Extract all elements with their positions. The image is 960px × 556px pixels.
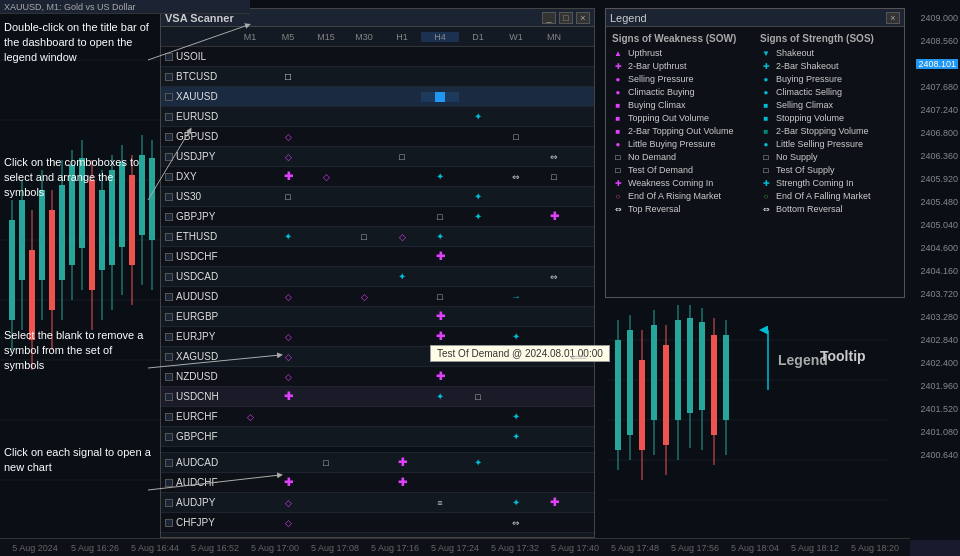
maximize-button[interactable]: □ — [559, 12, 573, 24]
signal-w1[interactable]: → — [497, 291, 535, 302]
signal-d1[interactable]: ✦ — [459, 457, 497, 468]
symbol-dropdown[interactable] — [165, 433, 173, 441]
signal-d1[interactable]: ✦ — [459, 111, 497, 122]
close-button[interactable]: × — [576, 12, 590, 24]
symbol-dropdown[interactable] — [165, 499, 173, 507]
signal-h4[interactable]: ✚ — [421, 370, 459, 383]
symbol-cell[interactable]: EURJPY — [161, 331, 231, 342]
signal-m5[interactable]: ◇ — [269, 498, 307, 508]
signal-m5[interactable]: ✦ — [269, 231, 307, 242]
signal-mn[interactable]: ⇔ — [535, 152, 573, 162]
signal-m30[interactable]: □ — [345, 232, 383, 242]
signal-d1[interactable]: ✦ — [459, 211, 497, 222]
symbol-dropdown[interactable] — [165, 173, 173, 181]
symbol-dropdown[interactable] — [165, 233, 173, 241]
signal-w1[interactable]: ⇔ — [497, 172, 535, 182]
symbol-cell[interactable]: NZDUSD — [161, 371, 231, 382]
symbol-dropdown[interactable] — [165, 519, 173, 527]
symbol-dropdown[interactable] — [165, 253, 173, 261]
signal-h4[interactable]: ≡ — [421, 498, 459, 508]
symbol-cell[interactable]: DXY — [161, 171, 231, 182]
symbol-cell[interactable]: GBPJPY — [161, 211, 231, 222]
signal-w1[interactable]: ✦ — [497, 497, 535, 508]
signal-m5[interactable]: ◇ — [269, 372, 307, 382]
symbol-cell[interactable]: USOIL — [161, 51, 231, 62]
legend-close-button[interactable]: × — [886, 12, 900, 24]
signal-mn[interactable]: ✚ — [535, 210, 573, 223]
signal-w1[interactable]: ✦ — [497, 431, 535, 442]
symbol-cell[interactable]: AUDCAD — [161, 457, 231, 468]
symbol-dropdown[interactable] — [165, 373, 173, 381]
symbol-dropdown[interactable] — [165, 93, 173, 101]
symbol-cell[interactable]: XAGUSD — [161, 351, 231, 362]
symbol-dropdown[interactable] — [165, 393, 173, 401]
signal-h4[interactable]: ✦ — [421, 171, 459, 182]
symbol-cell[interactable]: USDCHF — [161, 251, 231, 262]
signal-w1[interactable]: ✦ — [497, 411, 535, 422]
symbol-cell[interactable]: EURUSD — [161, 111, 231, 122]
symbol-dropdown[interactable] — [165, 459, 173, 467]
symbol-cell[interactable]: BTCUSD — [161, 71, 231, 82]
signal-m15[interactable]: ◇ — [307, 172, 345, 182]
signal-h1[interactable]: ✚ — [383, 456, 421, 469]
symbol-cell[interactable]: AUDCHF — [161, 477, 231, 488]
signal-m5[interactable]: ◇ — [269, 518, 307, 528]
symbol-cell[interactable]: AUDJPY — [161, 497, 231, 508]
symbol-cell[interactable]: CHFJPY — [161, 517, 231, 528]
signal-m5[interactable]: ◇ — [269, 332, 307, 342]
minimize-button[interactable]: _ — [542, 12, 556, 24]
symbol-cell[interactable]: USDCNH — [161, 391, 231, 402]
symbol-dropdown[interactable] — [165, 333, 173, 341]
symbol-dropdown[interactable] — [165, 153, 173, 161]
signal-m30[interactable]: ◇ — [345, 292, 383, 302]
signal-m5[interactable]: ◇ — [269, 152, 307, 162]
signal-mn[interactable]: ⇔ — [535, 272, 573, 282]
symbol-cell[interactable]: EURCHF — [161, 411, 231, 422]
signal-m5[interactable]: ◇ — [269, 352, 307, 362]
signal-m5[interactable]: ✚ — [269, 170, 307, 183]
symbol-cell[interactable]: GBPCHF — [161, 431, 231, 442]
signal-w1[interactable]: □ — [497, 132, 535, 142]
signal-m15[interactable]: □ — [307, 458, 345, 468]
signal-h4[interactable] — [421, 92, 459, 102]
signal-m5[interactable]: □ — [269, 192, 307, 202]
signal-h1[interactable]: ✦ — [383, 271, 421, 282]
signal-h4[interactable]: ✚ — [421, 310, 459, 323]
symbol-cell[interactable]: GBPUSD — [161, 131, 231, 142]
symbol-cell[interactable]: EURGBP — [161, 311, 231, 322]
signal-d1[interactable]: ✦ — [459, 191, 497, 202]
signal-h4[interactable]: ✦ — [421, 231, 459, 242]
signal-h1[interactable]: ◇ — [383, 232, 421, 242]
symbol-cell[interactable]: ETHUSD — [161, 231, 231, 242]
symbol-dropdown[interactable] — [165, 479, 173, 487]
signal-mn[interactable]: ✚ — [535, 496, 573, 509]
signal-h4[interactable]: ✚ — [421, 250, 459, 263]
signal-d1[interactable]: □ — [459, 392, 497, 402]
symbol-cell[interactable]: XAUUSD — [161, 91, 231, 102]
symbol-dropdown[interactable] — [165, 353, 173, 361]
symbol-dropdown[interactable] — [165, 293, 173, 301]
symbol-dropdown[interactable] — [165, 193, 173, 201]
symbol-dropdown[interactable] — [165, 213, 173, 221]
symbol-dropdown[interactable] — [165, 53, 173, 61]
symbol-cell[interactable]: USDCAD — [161, 271, 231, 282]
signal-m5[interactable]: ◇ — [269, 292, 307, 302]
symbol-dropdown[interactable] — [165, 113, 173, 121]
signal-m1[interactable]: ◇ — [231, 412, 269, 422]
symbol-cell[interactable]: USDJPY — [161, 151, 231, 162]
signal-m5[interactable]: □ — [269, 71, 307, 82]
signal-h4[interactable]: ✚ — [421, 330, 459, 343]
symbol-dropdown[interactable] — [165, 133, 173, 141]
symbol-dropdown[interactable] — [165, 413, 173, 421]
signal-h4[interactable]: ✦ — [421, 391, 459, 402]
signal-h1[interactable]: ✚ — [383, 476, 421, 489]
signal-w1[interactable]: ⇔ — [497, 518, 535, 528]
signal-m5[interactable]: ✚ — [269, 390, 307, 403]
symbol-cell[interactable]: AUDUSD — [161, 291, 231, 302]
symbol-dropdown[interactable] — [165, 273, 173, 281]
signal-m5[interactable]: ✚ — [269, 476, 307, 489]
signal-w1[interactable]: ✦ — [497, 331, 535, 342]
symbol-cell[interactable]: US30 — [161, 191, 231, 202]
symbol-dropdown[interactable] — [165, 313, 173, 321]
signal-m5[interactable]: ◇ — [269, 132, 307, 142]
